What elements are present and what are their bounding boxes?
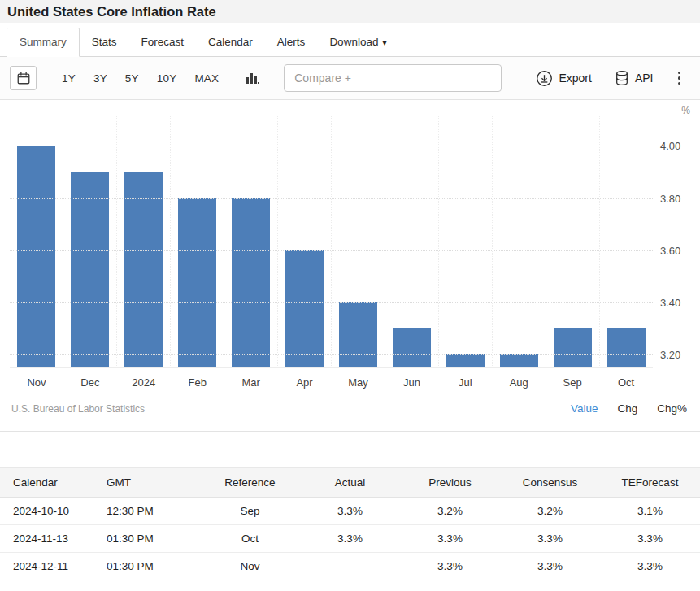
chart-bars bbox=[10, 115, 653, 367]
table-row[interactable]: 2024-10-1012:30 PMSep3.3%3.2%3.2%3.1% bbox=[0, 498, 700, 525]
bar-slot bbox=[438, 115, 492, 367]
x-axis-label: May bbox=[332, 370, 385, 391]
bar-dec[interactable] bbox=[71, 172, 109, 367]
bar-oct[interactable] bbox=[607, 328, 646, 367]
x-axis-label: Apr bbox=[278, 370, 332, 391]
bar-jun[interactable] bbox=[393, 328, 431, 367]
bar-slot bbox=[224, 115, 277, 367]
table-cell: 12:30 PM bbox=[100, 498, 200, 525]
tab-forecast[interactable]: Forecast bbox=[129, 28, 197, 56]
table-cell: 01:30 PM bbox=[100, 525, 200, 553]
range-button-1y[interactable]: 1Y bbox=[53, 66, 85, 91]
y-axis-label: 3.40 bbox=[660, 296, 694, 308]
tab-stats[interactable]: Stats bbox=[80, 28, 129, 56]
y-axis-label: 4.00 bbox=[660, 140, 694, 152]
bar-sep[interactable] bbox=[554, 328, 592, 367]
column-chart-icon bbox=[246, 72, 259, 85]
tab-bar: Summary Stats Forecast Calendar Alerts D… bbox=[0, 23, 700, 57]
bar-may[interactable] bbox=[339, 302, 377, 367]
bar-slot bbox=[546, 115, 599, 367]
page-title: United States Core Inflation Rate bbox=[7, 4, 693, 20]
table-cell: 2024-10-10 bbox=[0, 498, 100, 525]
bar-nov[interactable] bbox=[17, 146, 55, 367]
bar-jul[interactable] bbox=[446, 354, 485, 367]
bar-feb[interactable] bbox=[178, 198, 216, 367]
range-button-max[interactable]: MAX bbox=[185, 66, 228, 91]
kebab-menu-icon[interactable] bbox=[668, 70, 691, 87]
chart-toolbar: 1Y 3Y 5Y 10Y MAX Export bbox=[0, 57, 700, 100]
table-cell: 3.3% bbox=[300, 498, 400, 525]
x-axis-label: Feb bbox=[171, 370, 224, 391]
calendar-table-header: Calendar GMT Reference Actual Previous C… bbox=[0, 468, 700, 498]
bar-slot bbox=[599, 115, 653, 367]
calendar-icon bbox=[16, 71, 31, 85]
chart-x-labels: NovDec2024FebMarAprMayJunJulAugSepOct bbox=[10, 370, 653, 391]
chart-footer: U.S. Bureau of Labor Statistics Value Ch… bbox=[0, 391, 700, 429]
export-button[interactable]: Export bbox=[529, 65, 598, 92]
export-download-icon bbox=[536, 70, 553, 87]
api-button[interactable]: API bbox=[608, 65, 660, 91]
chevron-down-icon: ▾ bbox=[382, 38, 386, 47]
range-button-5y[interactable]: 5Y bbox=[116, 66, 148, 91]
range-button-10y[interactable]: 10Y bbox=[148, 66, 186, 91]
chart-type-button[interactable] bbox=[241, 67, 264, 89]
table-cell: Nov bbox=[200, 553, 300, 580]
bar-apr[interactable] bbox=[285, 250, 324, 367]
col-teforecast: TEForecast bbox=[600, 468, 700, 498]
compare-input[interactable] bbox=[284, 64, 502, 92]
x-axis-label: Sep bbox=[546, 370, 599, 391]
mode-chg[interactable]: Chg bbox=[617, 402, 637, 415]
table-cell: 01:30 PM bbox=[100, 553, 200, 580]
table-cell: 3.1% bbox=[600, 498, 700, 525]
x-axis-label: Jul bbox=[438, 370, 492, 391]
col-gmt: GMT bbox=[100, 468, 200, 498]
mode-value[interactable]: Value bbox=[571, 402, 598, 415]
bar-slot bbox=[277, 115, 331, 367]
tab-calendar[interactable]: Calendar bbox=[196, 28, 265, 56]
col-reference: Reference bbox=[200, 468, 300, 498]
x-axis-label: Dec bbox=[63, 370, 117, 391]
bar-slot bbox=[63, 115, 116, 367]
database-icon bbox=[615, 70, 629, 86]
x-axis-label: Oct bbox=[599, 370, 653, 391]
gridline bbox=[10, 198, 653, 199]
tab-alerts[interactable]: Alerts bbox=[265, 28, 318, 56]
table-cell: Oct bbox=[200, 525, 300, 553]
y-axis-label: 3.20 bbox=[660, 348, 694, 360]
col-previous: Previous bbox=[400, 468, 500, 498]
bar-slot bbox=[492, 115, 546, 367]
gridline bbox=[10, 250, 653, 251]
tab-summary[interactable]: Summary bbox=[7, 28, 80, 57]
col-actual: Actual bbox=[300, 468, 400, 498]
bar-slot bbox=[385, 115, 438, 367]
bar-2024[interactable] bbox=[124, 172, 163, 367]
table-row[interactable]: 2024-12-1101:30 PMNov3.3%3.3%3.3% bbox=[0, 553, 700, 580]
tab-download[interactable]: Download▾ bbox=[317, 28, 398, 56]
bar-slot bbox=[331, 115, 385, 367]
table-cell: 3.2% bbox=[400, 498, 500, 525]
gridline bbox=[10, 354, 653, 355]
mode-chg-pct[interactable]: Chg% bbox=[657, 402, 687, 415]
y-axis-unit: % bbox=[681, 105, 690, 116]
table-cell: 3.3% bbox=[500, 525, 600, 553]
chart-plot: 4.003.803.603.403.20 bbox=[10, 115, 653, 368]
bar-slot bbox=[116, 115, 170, 367]
bar-aug[interactable] bbox=[500, 354, 538, 367]
table-cell: 3.3% bbox=[600, 525, 700, 553]
bar-slot bbox=[170, 115, 224, 367]
bar-mar[interactable] bbox=[232, 198, 270, 367]
x-axis-label: 2024 bbox=[117, 370, 171, 391]
col-consensus: Consensus bbox=[500, 468, 600, 498]
x-axis-label: Jun bbox=[385, 370, 438, 391]
section-spacer bbox=[0, 432, 700, 467]
calendar-button[interactable] bbox=[10, 66, 37, 90]
range-button-3y[interactable]: 3Y bbox=[85, 66, 116, 91]
y-axis-label: 3.80 bbox=[660, 192, 694, 204]
table-cell: 2024-12-11 bbox=[0, 553, 100, 580]
chart-area: % 4.003.803.603.403.20 NovDec2024FebMarA… bbox=[7, 105, 693, 391]
table-row[interactable]: 2024-11-1301:30 PMOct3.3%3.3%3.3%3.3% bbox=[0, 525, 700, 553]
table-cell: 2024-11-13 bbox=[0, 525, 100, 553]
gridline bbox=[10, 146, 653, 146]
y-axis-label: 3.60 bbox=[660, 244, 694, 256]
bar-slot bbox=[10, 115, 63, 367]
